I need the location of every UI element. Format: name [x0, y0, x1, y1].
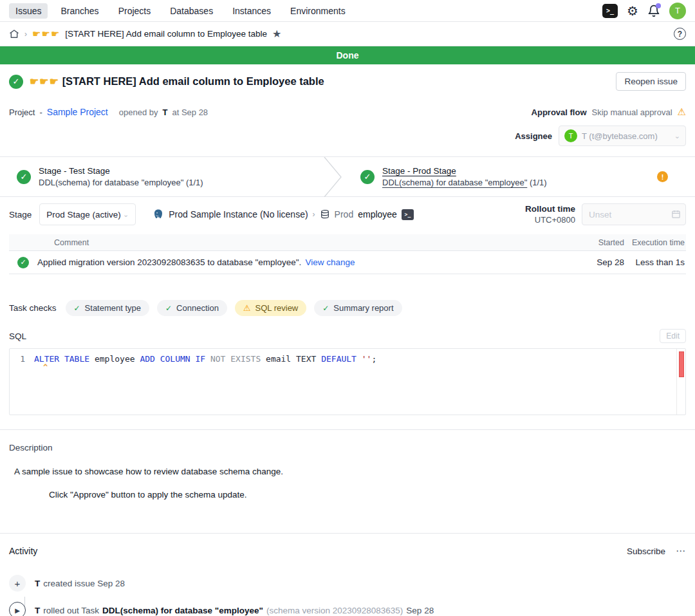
check-pass-icon: ✓: [74, 304, 80, 313]
settings-gear-icon[interactable]: ⚙: [627, 5, 638, 17]
more-options-icon[interactable]: ⋯: [676, 545, 686, 557]
stage-card-prod[interactable]: ✓ Stage - Prod Stage DDL(schema) for dat…: [344, 157, 695, 196]
database-name[interactable]: employee: [358, 209, 397, 219]
rollout-time-input[interactable]: [582, 203, 686, 225]
postgres-icon: [153, 209, 164, 220]
editor-scrollbar[interactable]: [676, 349, 685, 415]
assignee-value: T (t@bytebase.com): [582, 131, 670, 141]
rollout-time-label: Rollout time: [525, 203, 575, 215]
approval-flow-value: Skip manual approval: [592, 107, 672, 117]
pointer-emoji: ☛☛☛: [32, 28, 60, 40]
nav-tabs: Issues Branches Projects Databases Insta…: [9, 3, 352, 19]
home-icon[interactable]: [9, 29, 19, 39]
check-statement-type[interactable]: ✓ Statement type: [66, 300, 150, 316]
issue-header: ✓ ☛☛☛ [START HERE] Add email column to E…: [0, 64, 695, 100]
sql-editor[interactable]: 1 ALTER TABLE employee ADD COLUMN IF NOT…: [9, 348, 686, 415]
check-summary-report[interactable]: ✓ Summary report: [314, 300, 402, 316]
approval-flow-label: Approval flow: [532, 107, 587, 117]
play-icon: ▶: [9, 602, 26, 616]
opened-by-text: opened by: [119, 107, 158, 117]
chevron-down-icon: ⌄: [674, 132, 680, 140]
nav-item-environments[interactable]: Environments: [284, 3, 352, 19]
stage-toolbar: Stage Prod Stage (active) ⌄ Prod Sample …: [0, 197, 695, 233]
col-execution-time: Execution time: [624, 238, 686, 247]
stage-title-link[interactable]: Stage - Prod Stage: [382, 166, 547, 176]
sql-code-line: ALTER TABLE employee ADD COLUMN IF NOT E…: [34, 354, 376, 364]
chevron-right-icon: ›: [313, 210, 315, 219]
nav-item-databases[interactable]: Databases: [163, 3, 219, 19]
activity-feed: + T created issue Sep 28 ▶ T rolled out …: [9, 570, 686, 616]
star-icon[interactable]: ★: [272, 28, 281, 40]
task-started: Sep 28: [587, 257, 624, 267]
sql-section-header: SQL Edit: [0, 322, 695, 348]
pointer-emoji: ☛☛☛: [30, 76, 59, 87]
description-label: Description: [9, 443, 686, 453]
breadcrumb: › ☛☛☛ [START HERE] Add email column to E…: [9, 28, 281, 40]
notification-dot: [656, 3, 661, 8]
project-link[interactable]: Sample Project: [47, 107, 108, 117]
warning-triangle-icon[interactable]: ⚠: [678, 106, 686, 118]
nav-actions: >_ ⚙ T: [602, 3, 686, 19]
task-link[interactable]: DDL(schema) for database "employee": [382, 178, 527, 187]
assignee-label: Assignee: [515, 131, 552, 141]
nav-item-branches[interactable]: Branches: [54, 3, 105, 19]
sql-warning-caret: ^: [43, 363, 48, 372]
stage-separator: [322, 157, 344, 196]
description-section: Description A sample issue to showcase h…: [0, 429, 695, 516]
nav-item-projects[interactable]: Projects: [112, 3, 158, 19]
task-comment: Applied migration version 20230928083635…: [37, 257, 301, 267]
task-run-table: Comment Started Execution time ✓ Applied…: [9, 234, 686, 274]
description-line: Click "Approve" button to apply the sche…: [49, 490, 686, 499]
database-env: Prod: [335, 209, 354, 219]
nav-item-instances[interactable]: Instances: [226, 3, 277, 19]
user-avatar[interactable]: T: [669, 3, 686, 19]
assignee-avatar: T: [564, 129, 577, 142]
check-connection[interactable]: ✓ Connection: [157, 300, 227, 316]
stage-done-check-icon: ✓: [360, 170, 375, 184]
check-warning-icon: ⚠: [243, 303, 251, 313]
breadcrumb-title[interactable]: [START HERE] Add email column to Employe…: [65, 29, 267, 39]
subscribe-button[interactable]: Subscribe: [627, 546, 665, 556]
database-icon: [320, 209, 330, 219]
description-line: A sample issue to showcase how to review…: [14, 467, 686, 476]
nav-item-issues[interactable]: Issues: [9, 3, 48, 19]
stage-subtitle: DDL(schema) for database "employee" (1/1…: [39, 178, 203, 187]
task-execution-time: Less than 1s: [624, 257, 686, 267]
rollout-time: Rollout time UTC+0800: [525, 203, 686, 225]
stage-strip: ✓ Stage - Test Stage DDL(schema) for dat…: [0, 157, 695, 197]
activity-label: Activity: [9, 546, 37, 556]
sql-editor-icon[interactable]: >_: [602, 4, 618, 18]
stage-select[interactable]: Prod Stage (active) ⌄: [39, 203, 136, 225]
sql-edit-button[interactable]: Edit: [660, 329, 686, 343]
opened-at-text: at Sep 28: [172, 107, 208, 117]
stage-warning-icon[interactable]: !: [657, 171, 668, 182]
check-pass-icon: ✓: [322, 304, 329, 313]
stage-select-label: Stage: [9, 210, 32, 219]
approval-flow: Approval flow Skip manual approval ⚠: [532, 106, 686, 118]
view-change-link[interactable]: View change: [305, 257, 355, 267]
activity-item-created: + T created issue Sep 28: [9, 570, 686, 597]
check-sql-review[interactable]: ⚠ SQL review: [235, 300, 306, 316]
col-comment: Comment: [37, 238, 587, 247]
stage-done-check-icon: ✓: [17, 170, 31, 184]
stage-card-test[interactable]: ✓ Stage - Test Stage DDL(schema) for dat…: [0, 157, 322, 196]
breadcrumb-bar: › ☛☛☛ [START HERE] Add email column to E…: [0, 22, 695, 46]
plus-icon: +: [9, 575, 26, 592]
reopen-issue-button[interactable]: Reopen issue: [616, 72, 686, 91]
sql-label: SQL: [9, 331, 26, 341]
notifications-bell-icon[interactable]: [647, 5, 660, 17]
task-success-check-icon: ✓: [17, 257, 29, 268]
open-sql-editor-icon[interactable]: >_: [402, 209, 414, 220]
issue-meta: Project - Sample Project opened by T at …: [0, 100, 695, 157]
line-number: 1: [10, 354, 34, 364]
table-row[interactable]: ✓ Applied migration version 202309280836…: [9, 251, 686, 274]
col-started: Started: [587, 238, 624, 247]
editor-warning-marker: [679, 351, 684, 377]
instance-name[interactable]: Prod Sample Instance (No license): [169, 209, 308, 219]
opened-by-user: T: [162, 107, 167, 117]
database-breadcrumb: Prod Sample Instance (No license) › Prod…: [153, 209, 414, 220]
chevron-right-icon: ›: [24, 30, 27, 39]
rollout-timezone: UTC+0800: [525, 215, 575, 226]
assignee-select[interactable]: T T (t@bytebase.com) ⌄: [559, 126, 686, 146]
help-icon[interactable]: ?: [674, 28, 686, 40]
